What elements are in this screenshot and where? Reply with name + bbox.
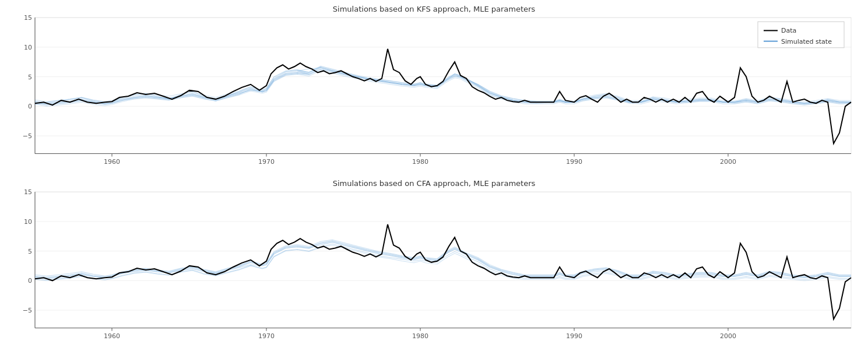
main-container: Simulations based on KFS approach, MLE p…: [0, 0, 868, 344]
svg-text:Data: Data: [781, 27, 796, 34]
svg-text:0: 0: [28, 277, 32, 285]
kfs-svg: 15 10 5 0 −5 1960 1970 1980 1990 2000: [0, 15, 868, 174]
svg-text:1990: 1990: [566, 332, 582, 340]
svg-text:2000: 2000: [720, 158, 736, 166]
svg-text:2000: 2000: [720, 332, 736, 340]
svg-text:5: 5: [28, 73, 32, 81]
cfa-chart-area: 15 10 5 0 −5 1960 1970 1980 1990 2000: [0, 189, 868, 344]
cfa-panel: Simulations based on CFA approach, MLE p…: [0, 174, 868, 344]
svg-text:1960: 1960: [104, 158, 120, 166]
svg-text:1990: 1990: [566, 158, 582, 166]
svg-text:15: 15: [24, 189, 32, 196]
svg-text:−5: −5: [23, 132, 32, 140]
cfa-title: Simulations based on CFA approach, MLE p…: [333, 179, 536, 188]
cfa-svg: 15 10 5 0 −5 1960 1970 1980 1990 2000: [0, 189, 868, 344]
svg-text:−5: −5: [23, 307, 32, 314]
svg-rect-0: [35, 17, 851, 153]
kfs-title: Simulations based on KFS approach, MLE p…: [333, 5, 535, 13]
kfs-chart-area: 15 10 5 0 −5 1960 1970 1980 1990 2000: [0, 15, 868, 174]
svg-text:1980: 1980: [412, 158, 428, 166]
svg-text:15: 15: [24, 15, 32, 22]
svg-text:0: 0: [28, 103, 32, 110]
svg-text:10: 10: [24, 218, 32, 226]
svg-text:1970: 1970: [258, 332, 275, 340]
svg-text:1960: 1960: [104, 332, 120, 340]
svg-text:1970: 1970: [258, 158, 275, 166]
svg-text:Simulated state: Simulated state: [781, 38, 832, 45]
svg-text:1980: 1980: [412, 332, 428, 340]
kfs-panel: Simulations based on KFS approach, MLE p…: [0, 0, 868, 174]
svg-text:5: 5: [28, 248, 32, 255]
svg-text:10: 10: [24, 44, 32, 51]
